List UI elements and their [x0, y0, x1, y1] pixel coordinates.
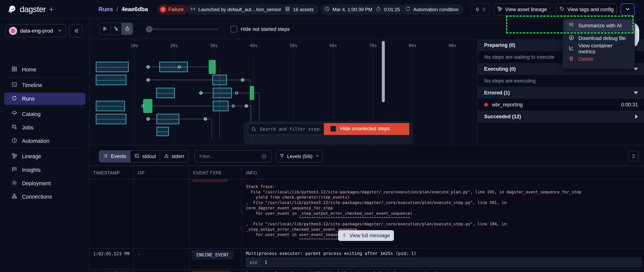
retry-dotted-line: [97, 106, 124, 107]
hide-unselected-checkbox[interactable]: [330, 126, 336, 132]
column-divider: [134, 165, 134, 272]
gantt-gridline: [452, 49, 453, 145]
sidebar-item-automation[interactable]: Automation: [4, 135, 85, 147]
view-tags-and-config-button[interactable]: View tags and config: [556, 3, 617, 16]
hide-unselected-flash-highlight: Hide unselected steps: [324, 123, 409, 135]
tag-duration[interactable]: 0:01:25: [372, 4, 405, 15]
column-header-timestamp[interactable]: TIMESTAMP: [93, 170, 120, 175]
chevron-down-icon: [315, 153, 320, 159]
gantt-zoom-slider[interactable]: [145, 28, 218, 30]
errored-step-row[interactable]: wbr_reporting 0:00:31: [478, 99, 644, 111]
step-box-retry[interactable]: [96, 75, 126, 85]
menu-item-container-metrics[interactable]: View container metrics: [564, 43, 633, 54]
step-marker-ring: [178, 65, 181, 68]
collapse-sidebar-button[interactable]: [69, 24, 82, 37]
step-marker-ring: [232, 105, 235, 108]
step-box-retry[interactable]: [213, 88, 232, 98]
step-bar-succeeded[interactable]: [250, 86, 254, 100]
automation-clock-icon: [11, 137, 18, 145]
levels-filter-button[interactable]: Levels (5/6): [276, 150, 323, 162]
retry-dotted-line: [158, 119, 178, 120]
event-type-badge[interactable]: ENGINE_EVENT: [192, 250, 234, 260]
sidebar-item-timeline[interactable]: Timeline: [4, 79, 85, 91]
menu-item-summarize-ai[interactable]: Summarize with AI: [564, 20, 633, 32]
step-box-retry[interactable]: [96, 101, 125, 111]
view-full-message-button[interactable]: View full message: [338, 230, 394, 241]
event-type-badge[interactable]: RUN_FAILURE: [192, 271, 231, 272]
timed-view-button[interactable]: [122, 23, 133, 35]
sidebar-item-runs[interactable]: Runs: [4, 93, 85, 105]
gantt-chart[interactable]: Hide unselected steps: [90, 39, 478, 145]
chevron-down-icon: [58, 28, 62, 34]
step-box-retry[interactable]: [159, 62, 188, 72]
dependency-line: [212, 119, 212, 139]
sidebar-item-jobs[interactable]: Jobs: [4, 122, 85, 134]
step-bar-succeeded[interactable]: [209, 60, 216, 74]
sidebar-item-catalog[interactable]: Catalog: [4, 108, 85, 120]
tag-automation-condition[interactable]: Automation condition: [402, 4, 464, 15]
workspace-switcher[interactable]: D data-eng-prod: [5, 24, 66, 37]
tag-icon: [559, 6, 565, 13]
tab-label: Events: [111, 153, 126, 159]
step-box-retry[interactable]: [156, 127, 169, 136]
section-errored[interactable]: Errored (1): [478, 87, 644, 99]
step-box-retry[interactable]: [156, 114, 179, 124]
retry-dotted-line: [161, 67, 186, 68]
tag-launched-by[interactable]: Launched by default_aut…tion_sensor: [186, 4, 286, 15]
sidebar-item-deployment[interactable]: Deployment: [4, 177, 85, 189]
tab-stdout[interactable]: stdout: [131, 150, 160, 162]
stack-trace-text: Stack Trace: File "/usr/local/lib/python…: [246, 184, 581, 243]
expand-log-panel-button[interactable]: [629, 151, 638, 161]
step-box-retry[interactable]: [156, 88, 175, 98]
sidebar-item-label: Home: [22, 67, 36, 73]
menu-item-download-debug[interactable]: Download debug file: [564, 33, 633, 43]
retry-dotted-line: [214, 80, 226, 81]
view-asset-lineage-button[interactable]: View asset lineage: [494, 3, 550, 16]
menu-item-label: View container metrics: [578, 43, 629, 55]
column-header-op[interactable]: OP: [138, 170, 144, 175]
sidebar-item-label: Deployment: [22, 180, 51, 186]
gantt-vertical-scrollbar[interactable]: [382, 41, 385, 102]
run-actions-menu: Summarize with AI Download debug file Vi…: [563, 18, 635, 69]
tab-events[interactable]: Events: [99, 150, 131, 162]
section-succeeded[interactable]: Succeeded (12): [478, 111, 644, 122]
step-box-retry[interactable]: [212, 75, 227, 85]
column-divider: [189, 165, 190, 272]
step-search-input[interactable]: [248, 124, 324, 135]
dependency-line: [148, 80, 212, 80]
events-list-icon: [103, 153, 108, 160]
button-label: View tags and config: [568, 7, 614, 12]
step-box-retry[interactable]: [96, 62, 128, 72]
tab-label: stderr: [172, 153, 184, 159]
menu-item-delete[interactable]: Delete: [564, 54, 633, 64]
sidebar-item-home[interactable]: Home: [4, 63, 85, 76]
tag-start-time[interactable]: Mar 4, 1:00:39 PM: [320, 4, 377, 15]
chevron-down-icon: [634, 92, 638, 94]
step-box-retry[interactable]: [96, 114, 126, 124]
sidebar-item-insights[interactable]: Insights: [4, 164, 85, 176]
log-filter-input[interactable]: [194, 150, 272, 162]
column-header-event-type[interactable]: EVENT TYPE: [193, 170, 222, 175]
section-title: Errored (1): [484, 90, 634, 96]
hide-not-started-checkbox[interactable]: [230, 26, 237, 32]
gantt-zoom-slider-handle[interactable]: [146, 26, 152, 32]
column-header-info[interactable]: INFO: [246, 170, 257, 175]
waterfall-view-button[interactable]: [111, 23, 122, 35]
sidebar-item-connections[interactable]: Connections: [4, 191, 85, 203]
sidebar-item-label: Timeline: [22, 82, 42, 88]
retry-dotted-line: [214, 106, 227, 107]
tab-label: stdout: [142, 153, 156, 159]
run-actions-menu-button[interactable]: [620, 3, 635, 16]
dagster-logo[interactable]: dagster +: [8, 4, 54, 14]
step-box-retry[interactable]: [213, 101, 228, 111]
breadcrumb-runs-link[interactable]: Runs: [98, 6, 113, 12]
flat-view-button[interactable]: [100, 23, 111, 35]
step-bar-succeeded[interactable]: [143, 99, 152, 113]
tag-assets[interactable]: 16 assets: [281, 4, 318, 15]
alerts-button[interactable]: 0: [470, 3, 490, 16]
empty-message: No steps are executing: [484, 78, 536, 84]
tab-stderr[interactable]: stderr: [160, 150, 188, 162]
clear-filter-icon[interactable]: [261, 153, 267, 160]
sidebar-item-lineage[interactable]: Lineage: [4, 150, 85, 162]
trash-icon: [568, 56, 574, 63]
